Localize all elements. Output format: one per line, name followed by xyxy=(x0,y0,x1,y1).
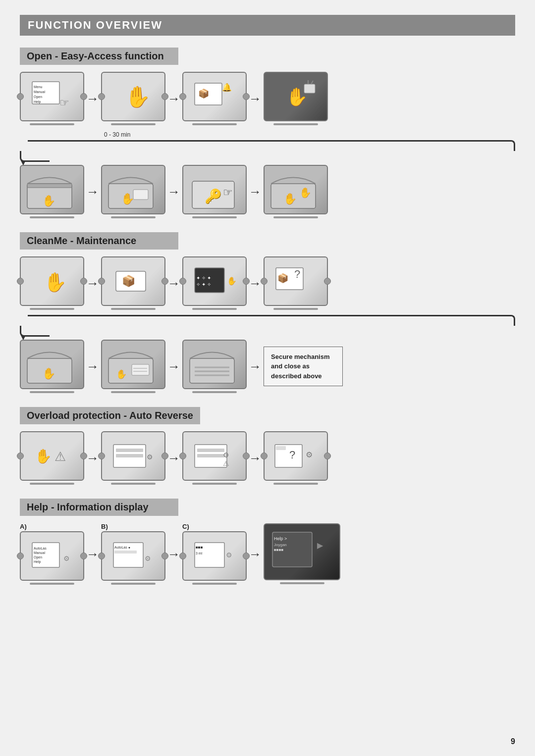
step-9: ✋ xyxy=(20,256,84,310)
svg-text:✋: ✋ xyxy=(125,85,151,109)
svg-text:⚠: ⚠ xyxy=(54,449,66,464)
svg-text:✋: ✋ xyxy=(44,271,67,294)
device-1: Menu Manual Open Help ☞ xyxy=(20,72,84,121)
section-open-easy-access: Open - Easy-Access function Menu Manual … xyxy=(20,48,515,218)
svg-text:?: ? xyxy=(289,449,295,461)
section-title-help: Help - Information display xyxy=(20,499,178,516)
cl22 xyxy=(179,553,186,559)
svg-text:✋: ✋ xyxy=(42,194,56,207)
device-20: AutoLas Manual Open Help ⚙ xyxy=(20,531,84,581)
device-7: 🔑 ☞ xyxy=(182,165,247,214)
step-18: ⚙ ⚠ xyxy=(182,431,247,485)
cr17 xyxy=(161,453,168,459)
section-overload: Overload protection - Auto Reverse ✋ ⚠ → xyxy=(20,407,515,485)
step-16: ✋ ⚠ xyxy=(20,431,84,485)
svg-text:?: ? xyxy=(294,268,300,280)
svg-text:🔑: 🔑 xyxy=(205,188,222,204)
svg-line-13 xyxy=(311,81,313,84)
underline-6 xyxy=(111,216,156,218)
svg-text:✋: ✋ xyxy=(299,187,312,199)
step-12: 📦 ? xyxy=(264,256,328,310)
svg-text:☞: ☞ xyxy=(59,97,69,109)
label-a: A) xyxy=(20,523,27,530)
cl16 xyxy=(17,453,24,459)
circle-left-2 xyxy=(98,93,105,100)
wrap-connector-bottom: ▼ xyxy=(20,151,515,162)
svg-text:⚙: ⚙ xyxy=(145,554,151,562)
svg-text:✋: ✋ xyxy=(35,448,52,464)
device-2: ✋ xyxy=(101,72,165,121)
device-21: AutoLas ● ⚙ xyxy=(101,531,165,581)
circle-left-3 xyxy=(179,93,186,100)
svg-text:■■■■: ■■■■ xyxy=(274,548,283,552)
device-22: ■■■ 3 ml ⚙ xyxy=(182,531,247,581)
arrow-21: → xyxy=(167,548,180,560)
device-12: 📦 ? xyxy=(264,256,328,306)
device-16: ✋ ⚠ xyxy=(20,431,84,481)
svg-text:✦ ✧ ✦: ✦ ✧ ✦ xyxy=(196,275,211,281)
device-13: ✋ xyxy=(20,340,84,389)
underline-20 xyxy=(30,583,74,585)
svg-text:AutoLas: AutoLas xyxy=(34,547,47,550)
step-21: B) AutoLas ● ⚙ xyxy=(101,523,165,585)
svg-text:📦: 📦 xyxy=(277,273,289,284)
underline-7 xyxy=(192,216,237,218)
arrow-7: → xyxy=(249,185,262,198)
arrow-5: → xyxy=(86,185,99,198)
circle-right-1 xyxy=(80,93,87,100)
illus-11: ✦ ✧ ✦ ✧ ✦ ✧ ✋ xyxy=(192,264,237,299)
cr18 xyxy=(243,453,250,459)
row4-spacer xyxy=(54,326,515,337)
arrow-1: → xyxy=(86,92,99,105)
svg-text:▶: ▶ xyxy=(317,541,323,550)
underline-23 xyxy=(280,582,324,584)
step-row-3: ✋ → 📦 → ✦ ✧ xyxy=(20,256,515,310)
illus-5: ✋ xyxy=(25,169,79,211)
illus-16: ✋ ⚠ xyxy=(30,439,74,473)
svg-text:■■■: ■■■ xyxy=(196,545,203,550)
svg-text:✋: ✋ xyxy=(116,369,127,380)
step-5: ✋ xyxy=(20,165,84,218)
step-4: ✋ xyxy=(264,72,328,125)
cl10 xyxy=(98,278,105,285)
svg-text:✧ ✦ ✧: ✧ ✦ ✧ xyxy=(196,282,211,287)
underline-14 xyxy=(111,391,156,393)
svg-text:✋: ✋ xyxy=(283,192,297,205)
svg-text:Joygan: Joygan xyxy=(274,543,287,547)
wrap-connector-top-2 xyxy=(20,315,515,326)
underline-15 xyxy=(192,391,237,393)
underline-5 xyxy=(30,216,74,218)
cl21 xyxy=(98,553,105,559)
illus-20: AutoLas Manual Open Help ⚙ xyxy=(30,539,74,573)
wrap-connector-top xyxy=(20,140,515,151)
underline-16 xyxy=(30,483,74,485)
step-20: A) AutoLas Manual Open Help ⚙ xyxy=(20,523,84,585)
svg-text:📦: 📦 xyxy=(122,274,136,288)
device-5: ✋ xyxy=(20,165,84,214)
svg-text:⚙: ⚙ xyxy=(147,453,153,461)
illus-2: ✋ xyxy=(111,79,156,114)
cr19 xyxy=(324,453,331,459)
svg-text:📦: 📦 xyxy=(198,88,210,99)
device-19: ? ⚙ xyxy=(264,431,328,481)
illus-9: ✋ xyxy=(30,264,74,299)
bracket-bottom: ▼ xyxy=(20,151,50,162)
section-title-overload: Overload protection - Auto Reverse xyxy=(20,407,200,424)
page-number: 9 xyxy=(511,737,515,746)
step-10: 📦 xyxy=(101,256,165,310)
step-13: ✋ xyxy=(20,340,84,393)
device-18: ⚙ ⚠ xyxy=(182,431,247,481)
arrow-13: → xyxy=(86,360,99,373)
wrap-connector-bottom-2: ▼ xyxy=(20,326,515,337)
svg-text:✋: ✋ xyxy=(42,367,56,380)
step-22: C) ■■■ 3 ml ⚙ xyxy=(182,523,247,585)
underline-3 xyxy=(192,123,237,125)
svg-text:⚙: ⚙ xyxy=(306,451,313,459)
device-9: ✋ xyxy=(20,256,84,306)
illus-19: ? ⚙ xyxy=(273,439,318,473)
cl11 xyxy=(179,278,186,285)
cl17 xyxy=(98,453,105,459)
illus-4: ✋ xyxy=(273,79,318,114)
illus-10: 📦 xyxy=(111,264,156,299)
illus-6: ✋ xyxy=(106,169,160,211)
